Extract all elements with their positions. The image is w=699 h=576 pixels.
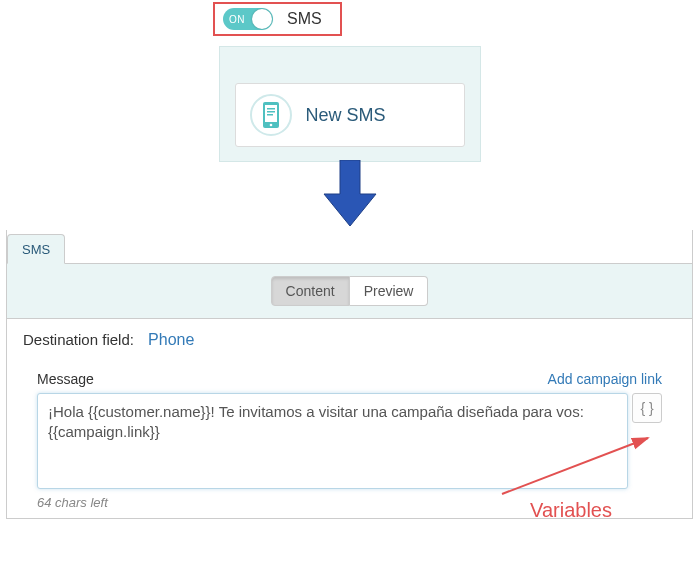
segment-content[interactable]: Content (271, 276, 350, 306)
svg-rect-2 (267, 108, 275, 110)
chars-left: 64 chars left (37, 495, 662, 510)
segment-content-label: Content (286, 283, 335, 299)
destination-value: Phone (148, 331, 194, 348)
content-preview-segment: Content Preview (7, 276, 692, 306)
toggle-knob (252, 9, 272, 29)
flow-arrow-icon (0, 160, 699, 230)
message-textarea[interactable] (37, 393, 628, 489)
new-sms-card: New SMS (219, 46, 481, 162)
tab-sms[interactable]: SMS (7, 234, 65, 264)
svg-rect-1 (265, 105, 277, 122)
segment-preview[interactable]: Preview (350, 276, 429, 306)
svg-point-5 (269, 124, 272, 127)
svg-rect-4 (267, 114, 273, 116)
insert-variable-button[interactable]: { } (632, 393, 662, 423)
new-sms-button[interactable]: New SMS (235, 83, 465, 147)
add-campaign-link[interactable]: Add campaign link (548, 371, 662, 387)
tab-sms-label: SMS (22, 242, 50, 257)
svg-rect-3 (267, 111, 275, 113)
phone-icon (250, 94, 292, 136)
destination-label: Destination field: (23, 331, 134, 348)
toggle-label: SMS (287, 10, 322, 28)
braces-icon: { } (640, 400, 653, 416)
message-label: Message (37, 371, 94, 387)
new-sms-title: New SMS (306, 105, 386, 126)
destination-row: Destination field: Phone (7, 318, 692, 361)
toggle-on-text: ON (229, 14, 245, 25)
tab-strip: SMS (7, 230, 692, 264)
sms-toggle-highlight: ON SMS (213, 2, 342, 36)
sms-editor-panel: SMS Content Preview Destination field: P… (6, 230, 693, 519)
segment-preview-label: Preview (364, 283, 414, 299)
sms-toggle[interactable]: ON (223, 8, 273, 30)
